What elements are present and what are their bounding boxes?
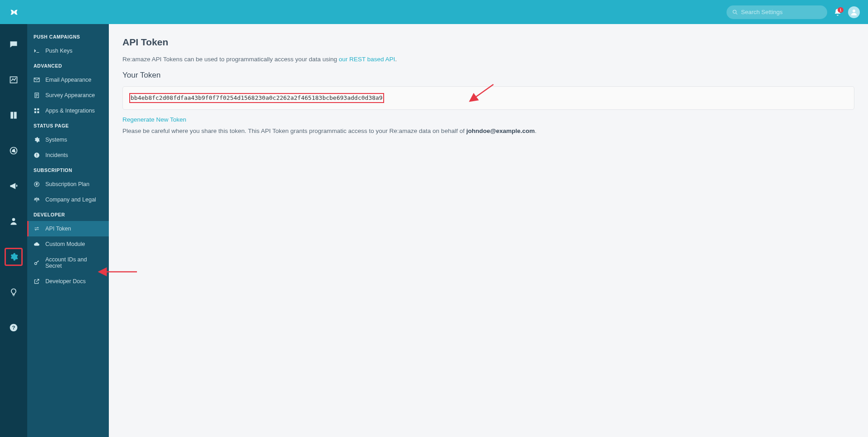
sidebar-item-email-appearance[interactable]: Email Appearance — [27, 72, 109, 88]
svg-marker-5 — [12, 149, 15, 152]
token-value[interactable]: bb4eb8fc2d08fdfaa43b9f0f7f0254d1568230a0… — [129, 93, 384, 103]
sidebar-item-account-ids[interactable]: Account IDs and Secret — [27, 252, 109, 274]
sidebar-item-label: Email Appearance — [45, 77, 91, 83]
svg-point-6 — [12, 218, 15, 221]
svg-rect-14 — [37, 108, 39, 110]
rail-settings[interactable] — [5, 248, 23, 266]
sidebar-item-developer-docs[interactable]: Developer Docs — [27, 274, 109, 289]
grid-icon — [34, 108, 40, 114]
user-email: johndoe@example.com — [466, 128, 535, 134]
svg-rect-15 — [34, 111, 36, 113]
page-title: API Token — [122, 37, 854, 48]
svg-text:?: ? — [12, 324, 15, 330]
sidebar-item-label: Apps & Integrations — [45, 108, 95, 114]
search-box[interactable] — [727, 5, 827, 19]
sidebar-item-api-token[interactable]: API Token — [27, 221, 109, 236]
notifications-button[interactable]: 1 — [834, 8, 842, 16]
cloud-icon — [34, 241, 40, 247]
rail-analytics[interactable] — [5, 71, 23, 89]
sidebar-item-label: Survey Appearance — [45, 92, 95, 98]
dollar-icon — [34, 181, 40, 187]
alert-icon — [34, 152, 40, 158]
sidebar-item-apps-integrations[interactable]: Apps & Integrations — [27, 103, 109, 118]
sidebar-section-subscription: SUBSCRIPTION — [27, 163, 109, 177]
sidebar-item-label: Push Keys — [45, 48, 73, 54]
main-content: API Token Re:amaze API Tokens can be use… — [109, 24, 868, 437]
rail-tips[interactable] — [5, 283, 23, 301]
sidebar-item-label: Account IDs and Secret — [45, 256, 102, 269]
sidebar-item-systems[interactable]: Systems — [27, 132, 109, 147]
sidebar-item-survey-appearance[interactable]: Survey Appearance — [27, 88, 109, 103]
rail-users[interactable] — [5, 212, 23, 231]
your-token-heading: Your Token — [122, 71, 854, 80]
sidebar-item-push-keys[interactable]: Push Keys — [27, 43, 109, 59]
sidebar-item-label: Systems — [45, 137, 67, 143]
svg-point-0 — [733, 10, 736, 13]
svg-rect-16 — [37, 111, 39, 113]
sidebar-section-advanced: ADVANCED — [27, 59, 109, 72]
rail-browse[interactable] — [5, 142, 23, 160]
api-docs-link[interactable]: our REST based API — [339, 56, 395, 63]
sidebar-section-developer: DEVELOPER — [27, 207, 109, 221]
sidebar-item-incidents[interactable]: Incidents — [27, 147, 109, 163]
svg-point-21 — [34, 262, 37, 265]
svg-line-1 — [736, 13, 737, 14]
regenerate-token-link[interactable]: Regenerate New Token — [122, 116, 186, 123]
external-link-icon — [34, 278, 40, 285]
token-box: bb4eb8fc2d08fdfaa43b9f0f7f0254d1568230a0… — [122, 86, 854, 110]
sidebar-item-subscription-plan[interactable]: Subscription Plan — [27, 177, 109, 192]
swap-icon — [34, 226, 40, 232]
rail-campaigns[interactable] — [5, 177, 23, 195]
terminal-icon — [34, 48, 40, 54]
key-icon — [34, 260, 40, 266]
sidebar-item-label: Company and Legal — [45, 196, 96, 203]
page-description: Re:amaze API Tokens can be used to progr… — [122, 56, 854, 63]
rail-chat[interactable] — [5, 35, 23, 54]
sidebar-item-custom-module[interactable]: Custom Module — [27, 236, 109, 252]
sidebar-item-label: Developer Docs — [45, 278, 86, 285]
search-input[interactable] — [741, 9, 818, 15]
sidebar-item-label: Custom Module — [45, 241, 85, 247]
sidebar-item-company-legal[interactable]: Company and Legal — [27, 192, 109, 207]
avatar[interactable] — [848, 6, 860, 18]
nav-rail: ? — [0, 24, 27, 437]
svg-point-2 — [853, 10, 855, 12]
token-warning: Please be careful where you share this t… — [122, 128, 854, 134]
settings-sidebar: PUSH CAMPAIGNS Push Keys ADVANCED Email … — [27, 24, 109, 437]
sidebar-section-push: PUSH CAMPAIGNS — [27, 29, 109, 43]
mail-icon — [34, 77, 40, 83]
sidebar-item-label: Subscription Plan — [45, 181, 89, 187]
logo-icon — [9, 7, 19, 17]
rail-help[interactable]: ? — [5, 319, 23, 337]
search-icon — [732, 9, 738, 15]
svg-rect-19 — [36, 156, 37, 157]
sidebar-item-label: API Token — [45, 226, 71, 232]
rail-knowledge[interactable] — [5, 106, 23, 124]
sidebar-section-status: STATUS PAGE — [27, 118, 109, 132]
svg-rect-18 — [36, 154, 37, 156]
svg-rect-13 — [34, 108, 36, 110]
scale-icon — [34, 196, 40, 203]
sidebar-item-label: Incidents — [45, 152, 68, 158]
clipboard-icon — [34, 92, 40, 98]
app-header: 1 — [0, 0, 868, 24]
gear-icon — [34, 137, 40, 143]
notification-badge: 1 — [838, 7, 844, 13]
